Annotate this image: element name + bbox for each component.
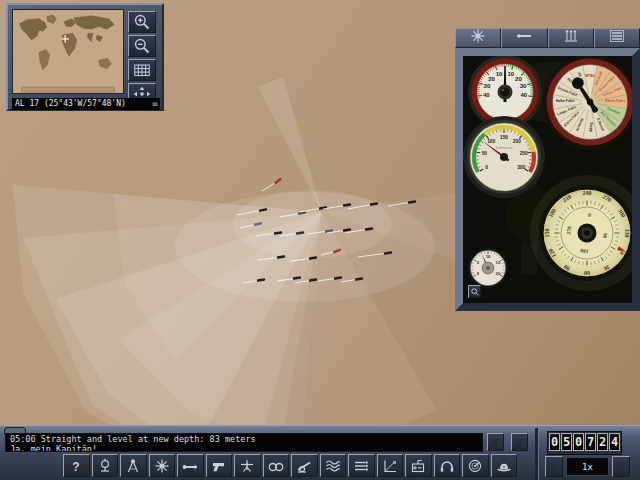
svg-text:150: 150 xyxy=(544,229,550,238)
svg-text:150: 150 xyxy=(500,135,508,140)
svg-text:20: 20 xyxy=(488,76,495,82)
svg-text:15: 15 xyxy=(496,260,501,265)
minimap-panel: AL 17 (25°43'W/57°48'N) ∞ xyxy=(6,3,164,111)
tab-dials[interactable] xyxy=(594,28,640,48)
svg-text:100: 100 xyxy=(487,139,495,144)
svg-text:10: 10 xyxy=(496,71,503,77)
svg-text:10: 10 xyxy=(508,71,515,77)
counter-digit: 4 xyxy=(609,433,620,451)
svg-text:MTBb: MTBb xyxy=(585,74,594,78)
flak-gun-button[interactable] xyxy=(234,454,261,477)
headphones-icon xyxy=(438,458,456,474)
torpedo-management-button[interactable] xyxy=(348,454,375,477)
svg-text:30: 30 xyxy=(484,83,491,89)
deckgun-icon xyxy=(295,458,313,474)
speed-gauge: 05101520 xyxy=(468,248,508,288)
helm-icon xyxy=(96,458,114,474)
instrument-panel: 1010202030304040MTBbAlle KraftGrosse Fah… xyxy=(455,28,640,311)
zoomin-icon xyxy=(132,13,152,31)
minimap-world-map[interactable] xyxy=(12,9,124,94)
svg-text:Halbe Fahrt: Halbe Fahrt xyxy=(556,99,576,103)
svg-text:30: 30 xyxy=(520,83,527,89)
gauges-button[interactable] xyxy=(149,454,176,477)
torplist-icon xyxy=(352,458,370,474)
periscope-icon xyxy=(181,458,199,474)
help-icon: ? xyxy=(67,458,85,474)
uzo-button[interactable] xyxy=(206,454,233,477)
panel-seam xyxy=(535,428,539,480)
svg-text:270: 270 xyxy=(565,226,572,235)
counter-digit: 0 xyxy=(573,433,584,451)
levers-icon xyxy=(562,28,580,48)
attack-map-button[interactable] xyxy=(377,454,404,477)
message-scroll-up-button[interactable] xyxy=(511,433,528,451)
help-button[interactable]: ? xyxy=(63,454,90,477)
svg-text:0: 0 xyxy=(485,165,488,170)
svg-text:Stopp: Stopp xyxy=(589,122,593,132)
radio-icon xyxy=(409,458,427,474)
counter-digit: 2 xyxy=(597,433,608,451)
time-counter: 050724 xyxy=(547,431,622,455)
damage-control-button[interactable] xyxy=(320,454,347,477)
svg-text:60: 60 xyxy=(584,270,590,276)
instrument-panel-body: 1010202030304040MTBbAlle KraftGrosse Fah… xyxy=(455,48,640,311)
hat-icon xyxy=(495,458,513,474)
time-compression-up-button[interactable] xyxy=(612,456,630,477)
navigation-map-button[interactable] xyxy=(120,454,147,477)
helm-controls-button[interactable] xyxy=(92,454,119,477)
sun-icon xyxy=(153,458,171,474)
radar-button[interactable] xyxy=(462,454,489,477)
svg-text:250: 250 xyxy=(520,151,528,156)
svg-text:10: 10 xyxy=(486,254,491,259)
bars-icon xyxy=(608,28,626,48)
map-zoom-out-button[interactable] xyxy=(128,35,156,57)
map-zoom-in-button[interactable] xyxy=(128,11,156,33)
waves-icon xyxy=(324,458,342,474)
message-log[interactable]: 05:06 Straight and level at new depth: 8… xyxy=(5,433,483,452)
sun-icon xyxy=(469,28,487,48)
svg-text:40: 40 xyxy=(483,92,490,98)
attackmap-icon xyxy=(381,458,399,474)
svg-text:40: 40 xyxy=(520,92,527,98)
tab-telegraph[interactable] xyxy=(548,28,594,48)
svg-text:20: 20 xyxy=(496,271,501,276)
message-scroll-down-button[interactable] xyxy=(487,433,504,451)
captains-log-button[interactable] xyxy=(491,454,518,477)
deck-gun-button[interactable] xyxy=(291,454,318,477)
svg-text:330: 330 xyxy=(624,229,630,238)
magnify-icon xyxy=(470,287,480,297)
svg-text:300: 300 xyxy=(517,165,525,170)
hydrophone-button[interactable] xyxy=(434,454,461,477)
attack-periscope-button[interactable] xyxy=(177,454,204,477)
zoomout-icon xyxy=(132,37,152,55)
svg-text:50: 50 xyxy=(482,151,488,156)
time-compression-down-button[interactable] xyxy=(545,456,563,477)
toolbar: ? xyxy=(63,454,517,477)
radio-button[interactable] xyxy=(405,454,432,477)
grid-coordinates-label: AL 17 (25°43'W/57°48'N) ∞ xyxy=(12,98,160,110)
compass-gauge[interactable]: 0306090120150180210240270300330090180270 xyxy=(539,185,632,281)
binoculars-button[interactable] xyxy=(263,454,290,477)
panel-minimize-button[interactable] xyxy=(468,285,481,298)
time-compression-display: 1x xyxy=(566,457,609,476)
uzo-icon xyxy=(210,458,228,474)
counter-digit: 0 xyxy=(549,433,560,451)
divider-icon xyxy=(124,458,142,474)
bottom-bar: 05:06 Straight and level at new depth: 8… xyxy=(0,425,640,480)
svg-text:Tiefenmesser: Tiefenmesser xyxy=(496,146,513,150)
svg-text:Kleine Fahrt: Kleine Fahrt xyxy=(605,99,625,103)
tab-periscope[interactable] xyxy=(501,28,547,48)
counter-digit: 7 xyxy=(585,433,596,451)
map-grid-button[interactable] xyxy=(128,59,156,81)
dash-icon xyxy=(515,28,533,48)
svg-text:20: 20 xyxy=(515,76,522,82)
tab-gauges[interactable] xyxy=(455,28,501,48)
game-screen: AL 17 (25°43'W/57°48'N) ∞ 10102020303040… xyxy=(0,0,640,480)
binoculars-icon xyxy=(267,458,285,474)
radar-icon xyxy=(466,458,484,474)
svg-text:240: 240 xyxy=(583,190,592,196)
message-line: Ja, mein Kapitän! xyxy=(10,445,478,453)
counter-digit: 5 xyxy=(561,433,572,451)
ship-contact[interactable] xyxy=(262,177,282,191)
grid-icon xyxy=(132,61,152,79)
